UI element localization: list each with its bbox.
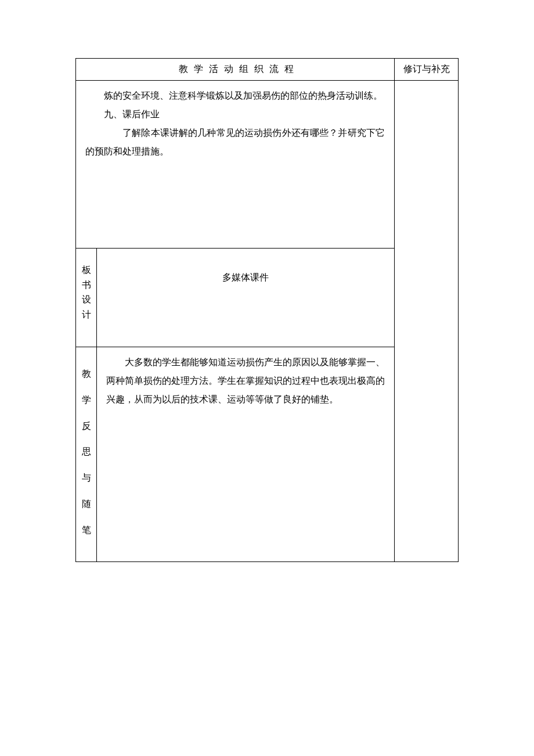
reflection-label: 教学反思与随笔 <box>76 347 97 562</box>
header-main: 教学活动组织流程 <box>76 59 395 81</box>
header-row: 教学活动组织流程 修订与补充 <box>76 59 459 81</box>
header-sidebar: 修订与补充 <box>395 59 459 81</box>
board-design-label-text: 板书设计 <box>82 265 91 319</box>
board-design-text: 多媒体课件 <box>222 272 269 282</box>
reflection-label-text: 教学反思与随笔 <box>82 369 91 535</box>
content-p2: 九、课后作业 <box>85 105 385 124</box>
lesson-plan-table: 教学活动组织流程 修订与补充 炼的安全环境、注意科学锻炼以及加强易伤的部位的热身… <box>75 58 459 562</box>
content-p3: 了解除本课讲解的几种常见的运动损伤外还有哪些？并研究下它的预防和处理措施。 <box>85 124 385 161</box>
sidebar-notes-cell <box>395 81 459 562</box>
header-sidebar-text: 修订与补充 <box>403 64 450 74</box>
board-design-label: 板书设计 <box>76 249 97 347</box>
reflection-text: 大多数的学生都能够知道运动损伤产生的原因以及能够掌握一、两种简单损伤的处理方法。… <box>106 353 385 409</box>
content-spacer <box>85 161 385 242</box>
content-row-1: 炼的安全环境、注意科学锻炼以及加强易伤的部位的热身活动训练。 九、课后作业 了解… <box>76 81 459 249</box>
content-p1: 炼的安全环境、注意科学锻炼以及加强易伤的部位的热身活动训练。 <box>85 87 385 105</box>
activity-content-cell: 炼的安全环境、注意科学锻炼以及加强易伤的部位的热身活动训练。 九、课后作业 了解… <box>76 81 395 249</box>
header-main-text: 教学活动组织流程 <box>171 64 300 74</box>
reflection-content: 大多数的学生都能够知道运动损伤产生的原因以及能够掌握一、两种简单损伤的处理方法。… <box>97 347 395 562</box>
board-design-content: 多媒体课件 <box>97 249 395 347</box>
